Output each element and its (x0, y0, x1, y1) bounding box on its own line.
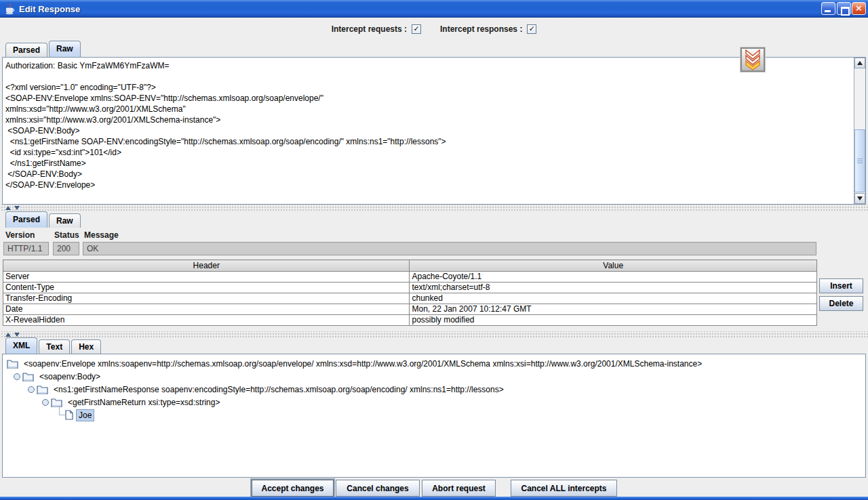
response-tab-bar: Parsed Raw (0, 211, 868, 228)
header-cell[interactable]: Content-Type (3, 283, 410, 293)
raw-line (5, 71, 853, 82)
intercept-toolbar: Intercept requests : ✓ Intercept respons… (0, 22, 868, 36)
tree-row: <soapenv:Body> (3, 370, 865, 383)
triple-chevron-icon (745, 49, 761, 70)
value-cell[interactable]: Apache-Coyote/1.1 (410, 272, 817, 283)
tree-expand-handle[interactable] (12, 370, 22, 383)
request-tab-bar: Parsed Raw (0, 41, 868, 57)
checkmark-icon: ✓ (529, 25, 535, 33)
tab-request-raw[interactable]: Raw (49, 41, 81, 57)
table-row: Server Apache-Coyote/1.1 (3, 272, 817, 283)
intercept-responses-checkbox[interactable]: ✓ (527, 24, 536, 34)
tree-node-label[interactable]: <soapenv:Body> (37, 371, 103, 383)
cancel-changes-button[interactable]: Cancel changes (336, 480, 420, 497)
vertical-scrollbar[interactable] (854, 58, 865, 204)
raw-line: </SOAP-ENV:Envelope> (5, 180, 853, 190)
message-field: OK (83, 242, 816, 255)
restore-button[interactable] (837, 2, 851, 15)
tree-row: Joe (3, 409, 865, 421)
tab-response-raw[interactable]: Raw (49, 213, 81, 228)
status-label: Status (54, 230, 79, 240)
tree-row: <ns1:getFirstNameResponse soapenv:encodi… (3, 383, 865, 396)
tree-expand-handle[interactable] (40, 396, 51, 409)
folder-icon (37, 385, 48, 394)
minimize-button[interactable] (821, 2, 835, 15)
value-cell[interactable]: chunked (410, 293, 817, 304)
raw-line: xmlns:xsi="http://www.w3.org/2001/XMLSch… (5, 114, 853, 125)
header-cell[interactable]: X-RevealHidden (3, 315, 410, 326)
split-divider[interactable] (0, 205, 868, 211)
tree-connector (54, 409, 65, 421)
intercept-responses-label: Intercept responses : (440, 24, 522, 34)
webscarab-intercept-icon[interactable] (741, 47, 765, 72)
message-label: Message (84, 230, 119, 240)
collapse-up-icon[interactable] (5, 333, 11, 337)
version-label: Version (5, 230, 35, 240)
close-button[interactable]: × (852, 2, 866, 15)
checkmark-icon: ✓ (413, 25, 419, 33)
delete-button[interactable]: Delete (819, 296, 863, 311)
raw-line: <SOAP-ENV:Envelope xmlns:SOAP-ENV="http:… (5, 93, 853, 104)
scroll-up-icon[interactable] (854, 58, 865, 68)
raw-line: <ns1:getFirstName SOAP-ENV:encodingStyle… (5, 136, 853, 147)
tree-node-label[interactable]: Joe (76, 409, 94, 421)
title-bar: Edit Response (0, 0, 868, 18)
accept-changes-button[interactable]: Accept changes (252, 480, 334, 497)
version-field: HTTP/1.1 (3, 242, 49, 255)
xml-tree-panel: <soapenv:Envelope xmlns:soapenv=http://s… (2, 354, 866, 478)
folder-icon (7, 359, 18, 369)
split-divider[interactable] (0, 331, 868, 337)
request-raw-panel: Authorization: Basic YmFzaWM6YmFzaWM= <?… (2, 57, 866, 205)
status-field: 200 (53, 242, 79, 255)
tree-node-label[interactable]: <ns1:getFirstNameResponse soapenv:encodi… (51, 383, 507, 396)
scrollbar-thumb[interactable] (854, 129, 865, 192)
intercept-requests-checkbox[interactable]: ✓ (412, 24, 421, 34)
collapse-down-icon[interactable] (14, 333, 20, 337)
content-tab-bar: XML Text Hex (0, 337, 868, 354)
tree-expand-handle[interactable] (26, 383, 37, 396)
table-row: X-RevealHidden possibly modified (3, 315, 817, 326)
header-cell[interactable]: Server (3, 272, 410, 283)
insert-button[interactable]: Insert (819, 278, 863, 293)
tab-request-parsed[interactable]: Parsed (5, 43, 47, 57)
value-cell[interactable]: Mon, 22 Jan 2007 10:12:47 GMT (410, 304, 817, 315)
tab-text[interactable]: Text (39, 339, 70, 354)
tree-row: <soapenv:Envelope xmlns:soapenv=http://s… (3, 357, 865, 370)
raw-line: <id xsi:type="xsd:int">101</id> (5, 147, 853, 158)
scroll-down-icon[interactable] (854, 193, 865, 204)
raw-request-textarea[interactable]: Authorization: Basic YmFzaWM6YmFzaWM= <?… (3, 58, 853, 204)
tab-response-parsed[interactable]: Parsed (5, 211, 47, 228)
abort-request-button[interactable]: Abort request (422, 480, 496, 497)
column-header[interactable]: Value (410, 260, 817, 272)
column-header[interactable]: Header (3, 260, 410, 272)
cancel-all-intercepts-button[interactable]: Cancel ALL intercepts (511, 480, 617, 497)
raw-line: </ns1:getFirstName> (5, 158, 853, 169)
tree-node-label[interactable]: <soapenv:Envelope xmlns:soapenv=http://s… (21, 358, 705, 370)
intercept-requests-label: Intercept requests : (332, 24, 407, 34)
raw-line: </SOAP-ENV:Body> (5, 169, 853, 180)
header-cell[interactable]: Transfer-Encoding (3, 293, 410, 304)
raw-line: <SOAP-ENV:Body> (5, 125, 853, 136)
java-cup-icon (4, 3, 16, 15)
tree-node-label[interactable]: <getFirstNameReturn xsi:type=xsd:string> (65, 396, 222, 409)
document-icon (65, 410, 73, 420)
raw-line: Authorization: Basic YmFzaWM6YmFzaWM= (5, 60, 853, 71)
value-cell[interactable]: text/xml;charset=utf-8 (410, 283, 817, 293)
table-row: Content-Type text/xml;charset=utf-8 (3, 283, 817, 293)
tree-row: <getFirstNameReturn xsi:type=xsd:string> (3, 396, 865, 409)
tab-xml[interactable]: XML (5, 337, 37, 354)
window-title: Edit Response (19, 4, 80, 14)
table-row: Transfer-Encoding chunked (3, 293, 817, 304)
tab-hex[interactable]: Hex (71, 339, 101, 354)
raw-line: <?xml version="1.0" encoding="UTF-8"?> (5, 82, 853, 93)
folder-icon (22, 372, 34, 381)
collapse-up-icon[interactable] (5, 206, 11, 210)
headers-table: Header Value Server Apache-Coyote/1.1 Co… (3, 259, 817, 326)
window-bottom-border (0, 497, 868, 500)
collapse-down-icon[interactable] (14, 206, 20, 210)
table-header-row: Header Value (3, 260, 817, 272)
table-row: Date Mon, 22 Jan 2007 10:12:47 GMT (3, 304, 817, 315)
value-cell[interactable]: possibly modified (410, 315, 817, 326)
header-cell[interactable]: Date (3, 304, 410, 315)
raw-line: xmlns:xsd="http://www.w3.org/2001/XMLSch… (5, 104, 853, 114)
